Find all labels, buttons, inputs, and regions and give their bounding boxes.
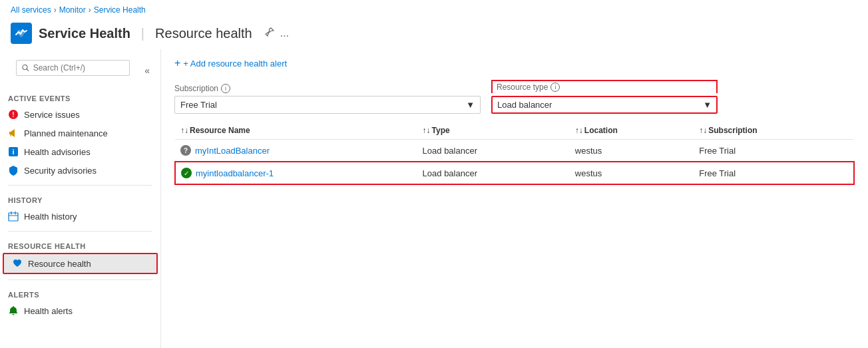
status-unknown-icon: ? bbox=[180, 145, 191, 156]
resource-type-info-icon[interactable]: i bbox=[550, 83, 560, 92]
column-location: ↑↓ Location bbox=[570, 122, 694, 140]
resource-type-dropdown[interactable]: Load balancer ▼ bbox=[491, 96, 718, 114]
subscription-filter-group: Subscription i Free Trial ▼ bbox=[174, 84, 481, 114]
breadcrumb-service-health[interactable]: Service Health bbox=[94, 5, 146, 15]
add-icon: + bbox=[174, 57, 180, 69]
section-active-events: ACTIVE EVENTS bbox=[0, 89, 160, 105]
heart-icon bbox=[12, 258, 23, 269]
location-cell: westus bbox=[570, 162, 694, 184]
breadcrumb-all-services[interactable]: All services bbox=[11, 5, 51, 15]
resource-name-cell: ✓ myintloadbalancer-1 bbox=[175, 162, 417, 184]
search-container bbox=[16, 60, 130, 76]
subscription-info-icon[interactable]: i bbox=[221, 84, 230, 93]
svg-rect-7 bbox=[9, 213, 18, 221]
resource-name-link[interactable]: myintloadbalancer-1 bbox=[196, 168, 274, 178]
resource-type-value: Load balancer bbox=[497, 100, 552, 110]
bell-icon bbox=[8, 305, 19, 316]
toolbar: + + Add resource health alert bbox=[174, 57, 855, 69]
main-layout: « ACTIVE EVENTS ! Service issues Planned… bbox=[0, 49, 868, 348]
resource-type-filter-group: Resource type i Load balancer ▼ bbox=[491, 80, 718, 114]
divider-3 bbox=[8, 279, 152, 280]
search-icon bbox=[22, 64, 29, 72]
breadcrumb-monitor[interactable]: Monitor bbox=[59, 5, 86, 15]
sidebar-item-security-advisories[interactable]: Security advisories bbox=[0, 161, 160, 180]
service-health-icon bbox=[11, 23, 32, 44]
resources-table: ↑↓ Resource Name ↑↓ Type ↑↓ Locati bbox=[174, 122, 855, 185]
divider-1 bbox=[8, 185, 152, 186]
search-input[interactable] bbox=[33, 63, 124, 73]
page-title-main: Service Health bbox=[39, 26, 130, 41]
subscription-dropdown[interactable]: Free Trial ▼ bbox=[174, 96, 481, 114]
alert-circle-icon: ! bbox=[8, 109, 19, 120]
resource-name-cell: ? myIntLoadBalancer bbox=[175, 140, 417, 162]
header-actions: ... bbox=[264, 27, 289, 40]
column-type: ↑↓ Type bbox=[417, 122, 570, 140]
sidebar-item-service-issues[interactable]: ! Service issues bbox=[0, 105, 160, 124]
divider-2 bbox=[8, 231, 152, 232]
sidebar-item-planned-maintenance[interactable]: Planned maintenance bbox=[0, 124, 160, 142]
health-history-label: Health history bbox=[24, 212, 77, 222]
section-alerts: ALERTS bbox=[0, 285, 160, 301]
resource-type-label-container: Resource type i bbox=[491, 80, 718, 93]
page-title-sub: Resource health bbox=[155, 26, 252, 41]
shield-icon bbox=[8, 165, 19, 176]
type-cell: Load balancer bbox=[417, 162, 570, 184]
status-healthy-icon: ✓ bbox=[181, 168, 192, 178]
main-content: + + Add resource health alert Subscripti… bbox=[161, 49, 868, 348]
resource-type-label: Resource type i bbox=[497, 83, 712, 92]
breadcrumb: All services › Monitor › Service Health bbox=[0, 0, 868, 20]
column-subscription: ↑↓ Subscription bbox=[694, 122, 854, 140]
health-advisories-label: Health advisories bbox=[24, 147, 91, 157]
megaphone-icon bbox=[8, 128, 19, 138]
subscription-dropdown-chevron: ▼ bbox=[466, 100, 475, 110]
column-resource-name: ↑↓ Resource Name bbox=[175, 122, 417, 140]
table-row: ? myIntLoadBalancer Load balancer westus… bbox=[175, 140, 854, 162]
add-resource-health-alert-button[interactable]: + + Add resource health alert bbox=[174, 57, 287, 69]
table-header-row: ↑↓ Resource Name ↑↓ Type ↑↓ Locati bbox=[175, 122, 854, 140]
filters: Subscription i Free Trial ▼ Resource typ… bbox=[174, 80, 855, 114]
add-button-label: + Add resource health alert bbox=[183, 59, 287, 69]
section-resource-health: RESOURCE HEALTH bbox=[0, 237, 160, 253]
sidebar-item-health-history[interactable]: Health history bbox=[0, 207, 160, 226]
subscription-cell: Free Trial bbox=[694, 140, 854, 162]
page-header: Service Health | Resource health ... bbox=[0, 20, 868, 49]
sidebar-item-resource-health[interactable]: Resource health bbox=[3, 253, 158, 274]
subscription-cell: Free Trial bbox=[694, 162, 854, 184]
location-cell: westus bbox=[570, 140, 694, 162]
info-square-icon: i bbox=[8, 146, 19, 157]
resource-type-dropdown-chevron: ▼ bbox=[703, 100, 712, 110]
sidebar-item-health-alerts[interactable]: Health alerts bbox=[0, 301, 160, 320]
sidebar: « ACTIVE EVENTS ! Service issues Planned… bbox=[0, 49, 161, 348]
resource-health-label: Resource health bbox=[28, 259, 91, 269]
security-advisories-label: Security advisories bbox=[24, 166, 97, 176]
calendar-icon bbox=[8, 211, 19, 222]
sidebar-item-health-advisories[interactable]: i Health advisories bbox=[0, 142, 160, 161]
subscription-label: Subscription i bbox=[174, 84, 481, 93]
svg-text:!: ! bbox=[12, 111, 14, 118]
health-alerts-label: Health alerts bbox=[24, 306, 73, 316]
type-cell: Load balancer bbox=[417, 140, 570, 162]
svg-line-2 bbox=[27, 69, 29, 71]
planned-maintenance-label: Planned maintenance bbox=[24, 128, 108, 138]
more-actions-button[interactable]: ... bbox=[280, 27, 289, 39]
service-issues-label: Service issues bbox=[24, 110, 80, 120]
resource-name-link[interactable]: myIntLoadBalancer bbox=[195, 146, 270, 156]
svg-text:i: i bbox=[12, 148, 14, 156]
pin-button[interactable] bbox=[264, 27, 275, 40]
section-history: HISTORY bbox=[0, 191, 160, 207]
table-row: ✓ myintloadbalancer-1 Load balancer west… bbox=[175, 162, 854, 184]
collapse-sidebar-button[interactable]: « bbox=[142, 65, 152, 76]
subscription-value: Free Trial bbox=[180, 100, 217, 110]
